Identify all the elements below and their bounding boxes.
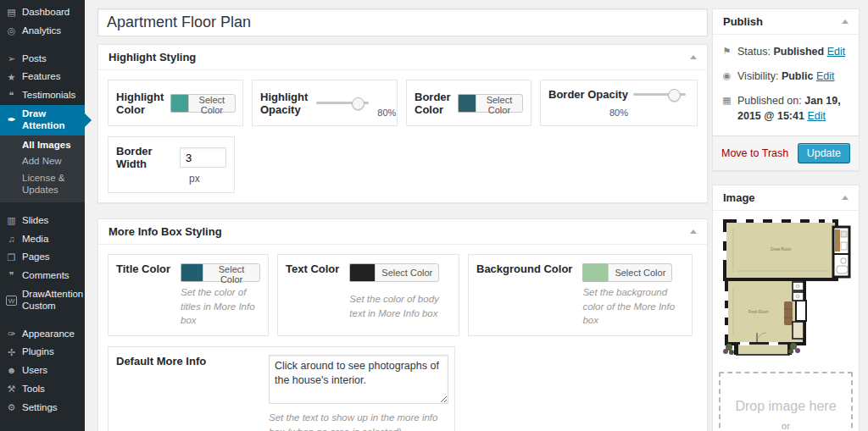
color-picker-control: Select Color bbox=[349, 262, 451, 283]
select-color-button[interactable]: Select Color bbox=[476, 94, 523, 113]
sidebar-item-settings[interactable]: ⚙ Settings bbox=[0, 399, 85, 417]
slider-handle[interactable] bbox=[352, 97, 364, 110]
sidebar-item-drawattention-custom[interactable]: W DrawAttention Custom bbox=[0, 285, 85, 316]
plugin-icon: ✢ bbox=[6, 347, 17, 358]
slider-handle[interactable] bbox=[668, 89, 681, 102]
sidebar-item-label: Comments bbox=[22, 270, 70, 282]
sidebar-item-label: Slides bbox=[22, 215, 48, 227]
select-color-button[interactable]: Select Color bbox=[608, 263, 672, 282]
dropzone-or-text: or bbox=[727, 421, 844, 431]
border-width-input[interactable] bbox=[180, 147, 226, 168]
publish-header[interactable]: Publish bbox=[713, 9, 859, 35]
sidebar-item-plugins[interactable]: ✢ Plugins bbox=[0, 343, 85, 362]
sidebar-item-features[interactable]: ★ Features bbox=[0, 68, 85, 86]
submenu-item-license-updates[interactable]: License & Updates bbox=[0, 170, 85, 199]
sidebar-item-posts[interactable]: ➢ Posts bbox=[0, 50, 85, 69]
sidebar-item-label: Media bbox=[22, 234, 48, 246]
submenu-item-add-new[interactable]: Add New bbox=[0, 153, 85, 170]
sidebar-item-label: Pages bbox=[22, 251, 50, 263]
default-more-info-textarea[interactable]: Click around to see photographs of the h… bbox=[269, 355, 448, 404]
sidebar-item-media[interactable]: ♫ Media bbox=[0, 230, 85, 249]
sidebar-item-appearance[interactable]: ✑ Appearance bbox=[0, 325, 85, 344]
field-label: Background Color bbox=[476, 262, 572, 275]
sidebar-item-label: Draw Attention bbox=[22, 108, 79, 132]
floor-plan-image: Great Room Front Room bbox=[719, 217, 853, 357]
select-color-button[interactable]: Select Color bbox=[375, 263, 439, 282]
submenu-item-all-images[interactable]: All Images bbox=[0, 137, 85, 154]
select-color-button[interactable]: Select Color bbox=[203, 263, 260, 282]
field-label: Title Color bbox=[116, 262, 170, 275]
highlight-color-swatch[interactable] bbox=[170, 94, 187, 113]
text-color-swatch[interactable] bbox=[349, 263, 375, 282]
update-button[interactable]: Update bbox=[798, 143, 850, 163]
sidebar-item-tools[interactable]: ⚒ Tools bbox=[0, 380, 85, 399]
field-help-text: Set the text to show up in the more info… bbox=[269, 411, 448, 431]
status-value: Published bbox=[773, 46, 824, 58]
star-icon: ★ bbox=[6, 72, 17, 83]
color-picker-control: Select Color bbox=[458, 93, 523, 113]
sidebar-item-draw-attention[interactable]: ✒ Draw Attention bbox=[0, 105, 85, 135]
background-color-swatch[interactable] bbox=[582, 263, 608, 282]
sidebar-item-comments[interactable]: ❞ Comments bbox=[0, 267, 85, 285]
more-info-styling-header[interactable]: More Info Box Styling bbox=[98, 219, 707, 245]
default-more-info-field: Default More Info Click around to see ph… bbox=[108, 346, 455, 431]
brush-icon: ✑ bbox=[6, 329, 17, 340]
collapse-up-icon bbox=[842, 16, 849, 24]
collapse-up-icon bbox=[690, 226, 697, 234]
sidebar-item-label: Dashboard bbox=[22, 7, 70, 19]
published-date-row: ▦ Published on: Jan 19, 2015 @ 15:41 Edi… bbox=[713, 89, 859, 130]
field-label: Border Color bbox=[415, 91, 451, 116]
text-color-field: Text Color Select Color Set the color of… bbox=[277, 254, 459, 336]
select-color-button[interactable]: Select Color bbox=[188, 94, 236, 113]
sidebar-item-label: Testimonials bbox=[22, 90, 75, 102]
calendar-icon: ▦ bbox=[721, 93, 732, 125]
edit-date-link[interactable]: Edit bbox=[807, 110, 826, 122]
field-label: Text Color bbox=[286, 262, 339, 275]
sidebar-item-pages[interactable]: ❐ Pages bbox=[0, 248, 85, 267]
field-label: Highlight Opacity bbox=[260, 91, 308, 116]
border-opacity-slider[interactable] bbox=[633, 93, 686, 96]
field-help-text: Set the background color of the More Inf… bbox=[582, 285, 684, 328]
border-color-field: Border Color Select Color bbox=[406, 80, 531, 126]
post-title-input[interactable] bbox=[97, 8, 708, 36]
sidebar-item-supercacher[interactable]: Ⓢ SuperCacher bbox=[0, 427, 85, 431]
sidebar-item-label: Appearance bbox=[22, 329, 75, 340]
great-room-label: Great Room bbox=[771, 247, 792, 251]
title-color-field: Title Color Select Color Set the color o… bbox=[108, 254, 269, 336]
edit-status-link[interactable]: Edit bbox=[827, 46, 846, 58]
analytics-icon: ◎ bbox=[6, 25, 17, 36]
sidebar-item-label: Tools bbox=[22, 384, 45, 395]
image-dropzone[interactable]: Drop image here or Upload Image Media Li… bbox=[719, 372, 853, 431]
highlight-opacity-slider[interactable] bbox=[316, 102, 369, 104]
status-pin-icon: ⚑ bbox=[721, 44, 732, 60]
settings-gear-icon: ⚙ bbox=[6, 402, 17, 413]
edit-visibility-link[interactable]: Edit bbox=[816, 70, 835, 82]
sidebar-item-label: Users bbox=[22, 365, 47, 377]
field-help-text: Set the color of titles in More Info box bbox=[181, 285, 260, 328]
move-to-trash-link[interactable]: Move to Trash bbox=[721, 147, 788, 159]
collapse-up-icon bbox=[842, 192, 849, 200]
user-icon: ☻ bbox=[6, 365, 17, 376]
title-color-swatch[interactable] bbox=[181, 263, 203, 282]
collapse-up-icon bbox=[690, 52, 697, 59]
border-opacity-field: Border Opacity 80% bbox=[540, 80, 698, 126]
media-icon: ♫ bbox=[6, 234, 17, 245]
draw-attention-submenu: All Images Add New License & Updates bbox=[0, 135, 85, 202]
slides-icon: ▥ bbox=[6, 215, 17, 226]
image-header[interactable]: Image bbox=[713, 185, 859, 211]
pushpin-icon: ➢ bbox=[6, 53, 17, 64]
sidebar-item-users[interactable]: ☻ Users bbox=[0, 362, 85, 380]
highlight-styling-metabox: Highlight Styling Highlight Color Select… bbox=[97, 44, 708, 203]
sidebar-item-analytics[interactable]: ◎ Analytics bbox=[0, 22, 85, 41]
visibility-row: ◉ Visibility: Public Edit bbox=[713, 64, 859, 89]
comment-bubble-icon: ❞ bbox=[6, 270, 17, 281]
editor-side-column: Publish ⚑ Status: Published Edit ◉ Visib… bbox=[712, 8, 860, 431]
image-metabox: Image bbox=[712, 185, 860, 431]
sidebar-item-slides[interactable]: ▥ Slides bbox=[0, 212, 85, 230]
sidebar-item-dashboard[interactable]: ▤ Dashboard bbox=[0, 3, 85, 22]
highlight-styling-header[interactable]: Highlight Styling bbox=[98, 45, 707, 70]
sidebar-item-testimonials[interactable]: ❝ Testimonials bbox=[0, 86, 85, 105]
border-color-swatch[interactable] bbox=[458, 94, 475, 113]
field-label: Default More Info bbox=[116, 355, 260, 431]
field-label: Border Width bbox=[116, 145, 173, 170]
